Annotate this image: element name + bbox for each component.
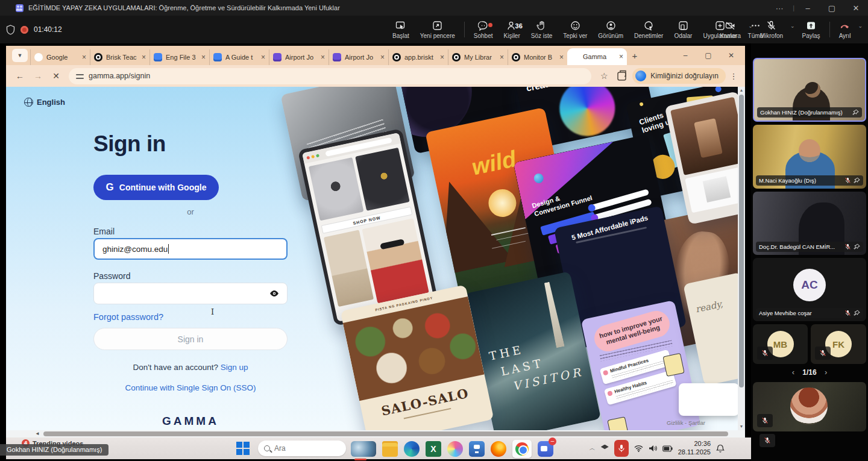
reactions-button[interactable]: Tepki ver	[558, 20, 593, 39]
tab-close-icon[interactable]: ×	[617, 52, 623, 61]
minimize-button[interactable]: –	[796, 4, 820, 13]
browser-tab[interactable]: A Guide t ×	[209, 49, 269, 65]
edge-browser-icon[interactable]	[404, 441, 420, 457]
participant-tile[interactable]: M.Naci Kayaoğlu (Dış)	[753, 125, 866, 189]
camera-options-chevron-icon[interactable]: ⌄	[746, 23, 755, 29]
language-selector[interactable]: English	[24, 98, 65, 107]
reading-list-icon[interactable]	[614, 68, 630, 84]
tab-close-icon[interactable]: ×	[497, 53, 504, 61]
taskbar-clock[interactable]: 20:36 28.11.2025	[678, 440, 711, 457]
pin-icon[interactable]	[854, 310, 860, 316]
maximize-button[interactable]: ▢	[820, 4, 844, 13]
new-window-button[interactable]: Yeni pencere	[415, 20, 461, 39]
copilot-icon[interactable]	[447, 441, 463, 457]
participant-tile-active-speaker[interactable]: Gokhan HINIZ (Doğrulanmamış)	[753, 58, 866, 122]
browser-tab[interactable]: Airport Jo ×	[329, 49, 388, 65]
browser-close-button[interactable]: ✕	[720, 51, 743, 60]
widgets-icon[interactable]	[351, 441, 376, 457]
tab-close-icon[interactable]: ×	[557, 53, 564, 61]
wifi-icon[interactable]	[634, 445, 643, 452]
scroll-down-icon[interactable]: ▼	[738, 423, 745, 430]
password-field[interactable]	[93, 283, 288, 304]
participant-tile[interactable]: FK	[811, 324, 866, 364]
speaker-icon[interactable]	[649, 445, 657, 452]
tab-close-icon[interactable]: ×	[199, 53, 206, 61]
tab-close-icon[interactable]: ×	[318, 53, 325, 61]
browser-maximize-button[interactable]: ▢	[697, 51, 720, 60]
tab-close-icon[interactable]: ×	[378, 53, 385, 61]
chat-button[interactable]: Sohbet	[468, 20, 498, 39]
horizontal-scrollbar[interactable]: ◄	[6, 430, 745, 437]
start-share-button[interactable]: Başlat	[387, 20, 415, 39]
scroll-left-icon[interactable]: ◄	[35, 430, 40, 437]
leave-options-chevron-icon[interactable]: ⌄	[856, 23, 864, 29]
tray-app-icon[interactable]	[601, 445, 609, 453]
participant-tile[interactable]: AC Asiye Mevhibe coşar	[753, 258, 866, 321]
scroll-up-icon[interactable]: ▲	[738, 87, 745, 94]
start-button[interactable]	[236, 442, 250, 455]
active-mic-indicator-icon[interactable]	[614, 440, 629, 457]
mic-options-chevron-icon[interactable]: ⌄	[788, 23, 797, 29]
sso-link[interactable]: Continue with Single Sign On (SSO)	[93, 383, 288, 392]
participant-tile[interactable]: MB	[753, 324, 808, 364]
privacy-terms-links[interactable]: Gizlilik - Şartlar	[667, 419, 705, 426]
browser-menu-icon[interactable]: ⋮	[728, 72, 739, 81]
participant-tile[interactable]	[753, 382, 866, 431]
chrome-icon-active[interactable]	[512, 440, 532, 458]
browser-tab[interactable]: Brisk Teac ×	[90, 49, 149, 65]
browser-tab[interactable]: Monitor B ×	[508, 49, 567, 65]
search-input[interactable]	[274, 444, 329, 453]
new-tab-button[interactable]: +	[627, 49, 643, 64]
share-button[interactable]: Paylaş	[797, 20, 826, 39]
browser-tab[interactable]: app.briskt ×	[388, 49, 448, 65]
pin-icon[interactable]	[854, 243, 860, 250]
tab-close-icon[interactable]: ×	[139, 53, 146, 61]
site-settings-icon[interactable]	[76, 73, 84, 80]
tab-close-icon[interactable]: ×	[259, 53, 265, 61]
mic-button[interactable]: Mikrofon	[755, 20, 788, 39]
previous-page-chevron-icon[interactable]: ‹	[786, 368, 800, 377]
browser-tab[interactable]: Google ×	[30, 49, 90, 65]
back-button[interactable]: ←	[12, 68, 28, 84]
battery-icon[interactable]	[662, 445, 673, 452]
browser-tab[interactable]: Gamma ×	[567, 48, 627, 65]
camera-button[interactable]: Kamera	[714, 20, 746, 39]
view-button[interactable]: Görünüm	[593, 20, 629, 39]
forgot-password-link[interactable]: Forgot password?	[93, 312, 163, 322]
verify-identity-button[interactable]: Kimliğinizi doğrulayın	[632, 68, 726, 84]
teams-icon[interactable]	[469, 441, 485, 457]
tab-search-button[interactable]: ▼	[12, 49, 28, 62]
tray-expand-chevron-icon[interactable]: ︿	[590, 444, 596, 453]
browser-tab[interactable]: Eng File 3 ×	[149, 49, 209, 65]
sign-in-submit-button[interactable]: Sign in	[93, 328, 288, 350]
pin-icon[interactable]	[852, 109, 859, 116]
participants-button[interactable]: 36 Kişiler	[498, 20, 526, 39]
participant-tile[interactable]: Doç.Dr. Badegül CAN EMİR...	[753, 192, 866, 255]
address-bar[interactable]: gamma.app/signin	[69, 68, 591, 84]
vertical-scroll-thumb[interactable]	[739, 95, 744, 387]
sign-up-link[interactable]: Sign up	[221, 363, 248, 372]
vertical-scrollbar[interactable]: ▲ ▼	[738, 87, 745, 430]
horizontal-scroll-thumb[interactable]	[43, 431, 728, 436]
security-shield-icon[interactable]	[6, 25, 15, 35]
browser-tab[interactable]: Airport Jo ×	[269, 49, 329, 65]
raise-hand-button[interactable]: Söz iste	[526, 20, 558, 39]
file-explorer-icon[interactable]	[382, 441, 398, 457]
forward-button[interactable]: →	[30, 68, 46, 84]
titlebar-more-icon[interactable]: ···	[767, 4, 791, 13]
browser-tab[interactable]: My Librar ×	[448, 49, 508, 65]
leave-button[interactable]: Ayrıl	[834, 20, 857, 39]
pin-icon[interactable]	[854, 177, 860, 184]
host-tools-button[interactable]: Denetimler	[629, 20, 668, 39]
stop-loading-button[interactable]: ✕	[48, 68, 64, 84]
browser-minimize-button[interactable]: –	[674, 51, 697, 60]
show-password-eye-icon[interactable]	[269, 289, 279, 298]
zoom-app-icon[interactable]	[538, 441, 553, 457]
firefox-icon[interactable]	[491, 441, 506, 457]
close-button[interactable]: ✕	[844, 4, 868, 13]
url-text[interactable]: gamma.app/signin	[89, 72, 150, 80]
notifications-bell-icon[interactable]	[716, 444, 725, 453]
continue-with-google-button[interactable]: G Continue with Google	[93, 175, 219, 200]
taskbar-search[interactable]	[258, 441, 346, 456]
email-field[interactable]: ghiniz@comu.edu	[93, 238, 288, 260]
